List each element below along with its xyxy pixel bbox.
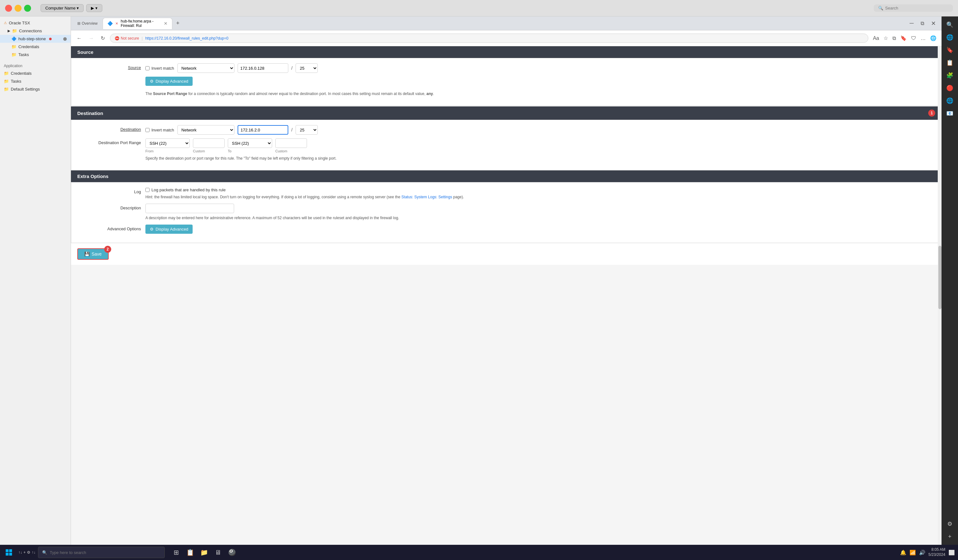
destination-invert-checkbox[interactable]	[145, 128, 149, 132]
taskbar-volume-icon[interactable]: 🔊	[919, 550, 925, 555]
taskbar: ↑↓ + ⚙ ↑↓ 🔍 ⊞ 📋 📁 🖥 🎱 🔔 📶 🔊 8:05 AM 5/23…	[0, 545, 958, 560]
reader-view-btn[interactable]: Aa	[871, 34, 880, 43]
source-invert-checkbox[interactable]	[145, 66, 149, 70]
sidebar-item-connections[interactable]: ▶ 📁 Connections	[0, 27, 71, 35]
taskbar-app-game[interactable]: 🎱	[225, 546, 238, 559]
folder-icon-default: 📁	[4, 87, 9, 92]
browser-tab-bar: ⊞ Overview 🔷 ✕ hub-fw.home.arpa - Firewa…	[71, 16, 942, 30]
taskbar-show-desktop-btn[interactable]: ⬜	[948, 550, 955, 555]
content-area: Source Source Invert match NetworkAnyAdd…	[71, 46, 942, 545]
source-cidr-select[interactable]: 25	[296, 63, 318, 73]
forward-button[interactable]: →	[87, 34, 96, 43]
window-close-btn[interactable]: ✕	[928, 19, 939, 28]
taskbar-nav-2[interactable]: +	[24, 550, 26, 555]
port-to-custom-input[interactable]	[275, 138, 307, 148]
source-advanced-row: ⚙ Display Advanced	[78, 77, 935, 86]
tab-close-button[interactable]: ✕	[164, 21, 168, 26]
window-minimize-btn[interactable]: ─	[906, 19, 917, 28]
port-from-custom-input[interactable]	[193, 138, 225, 148]
source-invert-match[interactable]: Invert match	[145, 66, 174, 71]
close-dot[interactable]	[5, 5, 12, 12]
red-dot	[49, 38, 52, 40]
taskbar-app-clipboard[interactable]: 📋	[184, 546, 197, 559]
edge-logo-btn[interactable]: 🌐	[929, 34, 938, 43]
chevron-down-icon: ▾	[77, 6, 79, 10]
destination-port-controls: SSH (22)HTTP (80)HTTPS (443)Custom From …	[145, 138, 336, 161]
search-input[interactable]	[885, 6, 948, 10]
chevron-right-icon: ▶	[8, 29, 10, 33]
sidebar-item-default-settings[interactable]: 📁 Default Settings	[0, 85, 71, 93]
port-to-select[interactable]: SSH (22)HTTP (80)HTTPS (443)Custom	[228, 138, 272, 148]
edge-outlook-btn[interactable]: 📧	[944, 108, 955, 119]
mac-titlebar: Computer Name ▾ ▶ ▾ 🔍	[0, 0, 958, 16]
log-settings-link[interactable]: Status: System Logs: Settings	[401, 195, 452, 199]
add-to-btn[interactable]: 🔖	[899, 34, 908, 43]
log-checkbox-label[interactable]: Log packets that are handled by this rul…	[145, 187, 464, 192]
source-network-select[interactable]: NetworkAnyAddressInterface	[178, 63, 235, 73]
sidebar-item-credentials[interactable]: 📁 Credentials	[0, 43, 71, 51]
taskbar-app-terminal[interactable]: 🖥	[212, 546, 224, 559]
scrollbar-thumb[interactable]	[938, 246, 942, 309]
sidebar-item-app-credentials[interactable]: 📁 Credentials	[0, 69, 71, 77]
tab-overview[interactable]: ⊞ Overview	[73, 19, 102, 27]
taskbar-app-explorer[interactable]: 📁	[198, 546, 210, 559]
new-tab-button[interactable]: +	[174, 19, 182, 28]
taskbar-search-bar[interactable]: 🔍	[38, 547, 165, 558]
clipboard-icon: 📋	[186, 549, 194, 556]
maximize-dot[interactable]	[24, 5, 31, 12]
destination-network-select[interactable]: NetworkAnyAddressInterface	[178, 125, 235, 135]
play-button[interactable]: ▶ ▾	[86, 4, 102, 12]
split-view-btn[interactable]: ⧉	[891, 34, 897, 43]
taskbar-time[interactable]: 8:05 AM 5/23/2024	[928, 547, 945, 557]
window-restore-btn[interactable]: ⧉	[917, 19, 927, 27]
edge-collections-btn[interactable]: 📋	[944, 57, 955, 68]
back-button[interactable]: ←	[75, 34, 84, 43]
not-secure-indicator: ⛔ Not secure	[115, 36, 139, 41]
reload-button[interactable]: ↻	[99, 34, 107, 43]
sidebar: ⚠ Oracle TSX ▶ 📁 Connections 🔷 hub-step-…	[0, 16, 71, 545]
start-button[interactable]	[3, 547, 14, 558]
sidebar-item-hub-step-stone[interactable]: 🔷 hub-step-stone ⬤	[0, 35, 71, 43]
destination-cidr-select[interactable]: 25	[296, 125, 318, 135]
destination-invert-match[interactable]: Invert match	[145, 128, 174, 132]
port-to-label: To	[228, 149, 272, 153]
scrollbar-track[interactable]	[938, 46, 942, 545]
favorites-btn[interactable]: ☆	[882, 34, 889, 43]
description-input[interactable]	[145, 204, 234, 213]
edge-browser-essentials-btn[interactable]: 🌐	[944, 95, 955, 106]
port-from-select[interactable]: SSH (22)HTTP (80)HTTPS (443)Custom	[145, 138, 190, 148]
taskbar-app-icons: ⊞ 📋 📁 🖥 🎱	[170, 546, 238, 559]
edge-search-btn[interactable]: 🔍	[944, 19, 955, 30]
mac-search-bar[interactable]: 🔍	[874, 5, 953, 12]
taskbar-search-input[interactable]	[50, 550, 160, 555]
taskbar-network-icon[interactable]: 📶	[909, 550, 916, 555]
edge-favorites-btn[interactable]: 🔖	[944, 44, 955, 56]
save-button[interactable]: 💾 Save	[77, 248, 109, 260]
taskbar-app-taskview[interactable]: ⊞	[170, 546, 182, 559]
destination-ip-input[interactable]	[238, 125, 288, 135]
computer-name-dropdown[interactable]: Computer Name ▾	[41, 4, 84, 12]
settings-more-btn[interactable]: …	[919, 34, 927, 43]
source-ip-input[interactable]	[238, 63, 288, 73]
taskbar-nav-1[interactable]: ↑↓	[18, 550, 22, 555]
log-row: Log Log packets that are handled by this…	[78, 187, 935, 200]
mac-nav: Computer Name ▾ ▶ ▾	[41, 4, 102, 12]
sidebar-item-app-tasks[interactable]: 📁 Tasks	[0, 77, 71, 85]
source-display-advanced-btn[interactable]: ⚙ Display Advanced	[145, 77, 193, 86]
edge-more-tools-btn[interactable]: ⚙	[944, 518, 955, 530]
log-checkbox[interactable]	[145, 188, 149, 192]
browser-essentials-btn[interactable]: 🛡	[910, 34, 917, 43]
taskbar-nav-3[interactable]: ⚙	[27, 550, 30, 555]
url-bar[interactable]: ⛔ Not secure | https://172.16.0.20/firew…	[110, 33, 868, 43]
edge-add-btn[interactable]: +	[944, 531, 955, 542]
taskbar-notifications-icon[interactable]: 🔔	[900, 550, 906, 555]
taskbar-nav-4[interactable]: ↑↓	[32, 550, 35, 555]
tab-hub-step-stone[interactable]: 🔷 ✕ hub-fw.home.arpa - Firewall: Rul ✕	[103, 18, 172, 29]
edge-home-btn[interactable]: 🌐	[944, 32, 955, 43]
edge-extensions-btn[interactable]: 🧩	[944, 70, 955, 81]
extra-display-advanced-btn[interactable]: ⚙ Display Advanced	[145, 225, 193, 234]
sidebar-item-tasks[interactable]: 📁 Tasks	[0, 51, 71, 59]
minimize-dot[interactable]	[14, 5, 22, 12]
source-section-header: Source	[71, 46, 942, 58]
edge-cloud-btn[interactable]: 🔴	[944, 82, 955, 94]
